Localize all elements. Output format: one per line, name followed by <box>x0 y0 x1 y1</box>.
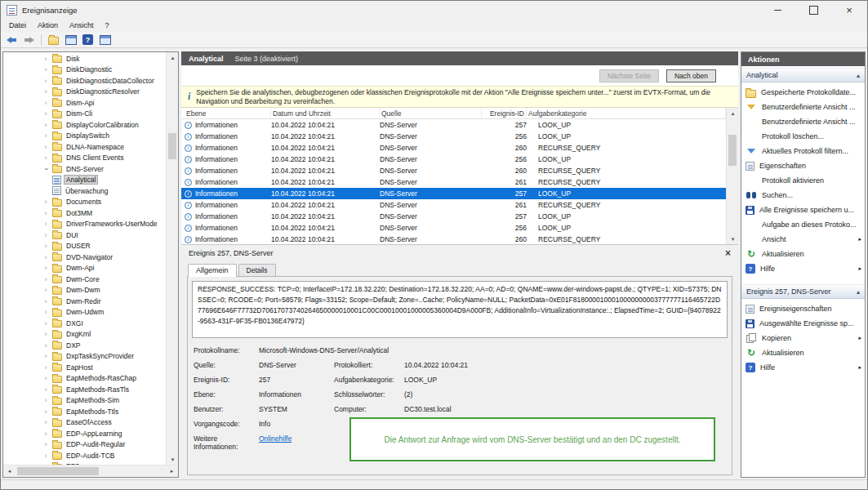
console-window-icon[interactable] <box>65 35 77 45</box>
tree-item[interactable]: DriverFrameworks-UserMode <box>3 219 166 230</box>
chevron-icon[interactable] <box>39 65 52 74</box>
chevron-icon[interactable] <box>39 131 52 140</box>
forward-icon[interactable] <box>22 33 36 47</box>
chevron-icon[interactable] <box>39 363 52 372</box>
tree-item[interactable]: EapMethods-RasChap <box>3 373 166 385</box>
action-item[interactable]: Benutzerdefinierte Ansicht ... <box>741 100 865 114</box>
open-folder-icon[interactable] <box>48 37 59 45</box>
chevron-icon[interactable] <box>39 396 52 404</box>
tree-item[interactable]: DXP <box>3 340 166 351</box>
action-item[interactable]: Ereigniseigenschaften <box>741 301 865 316</box>
event-row[interactable]: Informationen 10.04.2022 10:04:21 DNS-Se… <box>181 154 726 165</box>
scroll-down-icon[interactable] <box>727 234 739 244</box>
scroll-up-icon[interactable] <box>727 108 739 118</box>
action-item[interactable]: Aufgabe an dieses Protoko... <box>741 217 865 232</box>
tree-item[interactable]: DUI <box>3 229 166 241</box>
scroll-right-icon[interactable] <box>166 466 178 476</box>
tree-item[interactable]: EapMethods-RasTls <box>3 384 166 395</box>
action-item[interactable]: Eigenschaften <box>741 158 865 173</box>
action-item[interactable]: Hilfe <box>741 261 865 276</box>
chevron-icon[interactable] <box>39 275 52 283</box>
event-row[interactable]: Informationen 10.04.2022 10:04:21 DNS-Se… <box>181 211 726 222</box>
chevron-icon[interactable] <box>39 77 52 85</box>
scroll-thumb[interactable] <box>728 135 737 166</box>
chevron-icon[interactable] <box>39 352 52 360</box>
chevron-icon[interactable] <box>39 319 52 327</box>
event-row[interactable]: Informationen 10.04.2022 10:04:21 DNS-Se… <box>181 222 726 234</box>
actions-section-analytical[interactable]: Analytical <box>741 68 865 82</box>
tree-item[interactable]: Disk <box>3 53 166 65</box>
close-details-icon[interactable] <box>725 247 731 259</box>
tree-item[interactable]: Dwm-Api <box>3 263 166 274</box>
online-help-link[interactable]: Onlinehilfe <box>259 434 334 443</box>
chevron-icon[interactable] <box>39 440 52 448</box>
tree-item[interactable]: EDP-AppLearning <box>3 428 166 439</box>
action-item[interactable]: Ausgewählte Ereignisse sp... <box>741 316 865 331</box>
chevron-icon[interactable] <box>39 231 52 239</box>
tree-item[interactable]: DiskDiagnosticResolver <box>3 87 166 98</box>
tree-item[interactable]: DisplayColorCalibration <box>3 119 166 131</box>
action-item[interactable]: Ansicht <box>741 232 865 247</box>
chevron-icon[interactable] <box>39 330 52 338</box>
chevron-icon[interactable] <box>39 143 52 151</box>
event-row[interactable]: Informationen 10.04.2022 10:04:21 DNS-Se… <box>181 165 726 176</box>
chevron-icon[interactable] <box>39 121 52 129</box>
action-item[interactable]: Aktualisieren <box>741 345 865 360</box>
chevron-icon[interactable] <box>39 99 52 107</box>
back-icon[interactable] <box>5 33 19 47</box>
table-vertical-scrollbar[interactable] <box>726 108 738 244</box>
scroll-left-icon[interactable] <box>3 466 16 476</box>
tree-item[interactable]: Dwm-Udwm <box>3 307 166 318</box>
scroll-down-icon[interactable] <box>167 454 179 465</box>
event-row[interactable]: Informationen 10.04.2022 10:04:21 DNS-Se… <box>181 142 726 154</box>
chevron-icon[interactable] <box>39 198 52 206</box>
minimize-icon[interactable] <box>759 1 795 19</box>
tab-details[interactable]: Details <box>238 264 276 277</box>
column-header-aufgabenkategorie[interactable]: Aufgabenkategorie <box>527 108 726 118</box>
tree-horizontal-scrollbar[interactable] <box>3 465 178 477</box>
chevron-icon[interactable] <box>39 374 52 382</box>
action-item[interactable]: Kopieren <box>741 331 865 345</box>
tree-item[interactable]: Dwm-Dwm <box>3 285 166 296</box>
chevron-icon[interactable] <box>39 109 52 118</box>
tree-item[interactable]: DxpTaskSyncProvider <box>3 351 166 363</box>
tree-item[interactable]: Dism-Api <box>3 97 166 109</box>
maximize-icon[interactable] <box>795 1 831 19</box>
tree-item[interactable]: EapHost <box>3 362 166 373</box>
action-item[interactable]: Alle Ereignisse speichern u... <box>741 203 865 217</box>
event-row[interactable]: Informationen 10.04.2022 10:04:21 DNS-Se… <box>181 131 726 142</box>
action-item[interactable]: Aktualisieren <box>741 247 865 261</box>
tree-item[interactable]: DisplaySwitch <box>3 131 166 142</box>
action-item[interactable]: Protokoll aktivieren <box>741 173 865 188</box>
tree-item[interactable]: DiskDiagnosticDataCollector <box>3 75 166 87</box>
tree-item[interactable]: EapMethods-Sim <box>3 395 166 407</box>
tree-item[interactable]: EapMethods-Ttls <box>3 406 166 417</box>
chevron-icon[interactable] <box>39 430 52 438</box>
chevron-icon[interactable] <box>39 264 52 272</box>
tree-item[interactable]: Documents <box>3 197 166 208</box>
column-header-ereignis-id[interactable]: Ereignis-ID <box>482 108 527 118</box>
tree-item[interactable]: Analytical <box>3 175 166 186</box>
tab-allgemein[interactable]: Allgemein <box>188 264 237 277</box>
tree-item[interactable]: DxgKrnl <box>3 329 166 341</box>
event-row[interactable]: Informationen 10.04.2022 10:04:21 DNS-Se… <box>181 234 726 244</box>
action-item[interactable]: Aktuelles Protokoll filtern... <box>741 144 865 158</box>
chevron-icon[interactable] <box>39 452 52 460</box>
tree-item[interactable]: Überwachung <box>3 185 166 197</box>
action-item[interactable]: Hilfe <box>741 360 865 375</box>
chevron-icon[interactable] <box>39 341 52 350</box>
chevron-icon[interactable] <box>39 308 52 316</box>
chevron-icon[interactable] <box>39 154 52 162</box>
menu-help[interactable]: ? <box>100 21 115 29</box>
chevron-icon[interactable] <box>39 209 52 217</box>
actions-section-event[interactable]: Ereignis 257, DNS-Server <box>741 284 865 299</box>
event-row[interactable]: Informationen 10.04.2022 10:04:21 DNS-Se… <box>181 176 726 188</box>
chevron-icon[interactable] <box>39 385 52 394</box>
scroll-thumb[interactable] <box>17 467 99 475</box>
chevron-icon[interactable] <box>39 418 52 426</box>
column-header-quelle[interactable]: Quelle <box>380 108 482 118</box>
event-row[interactable]: Informationen 10.04.2022 10:04:21 DNS-Se… <box>181 188 726 199</box>
scroll-thumb[interactable] <box>168 133 176 159</box>
tree-item[interactable]: EaseOfAccess <box>3 417 166 429</box>
tree-item[interactable]: EDP-Audit-TCB <box>3 450 166 461</box>
